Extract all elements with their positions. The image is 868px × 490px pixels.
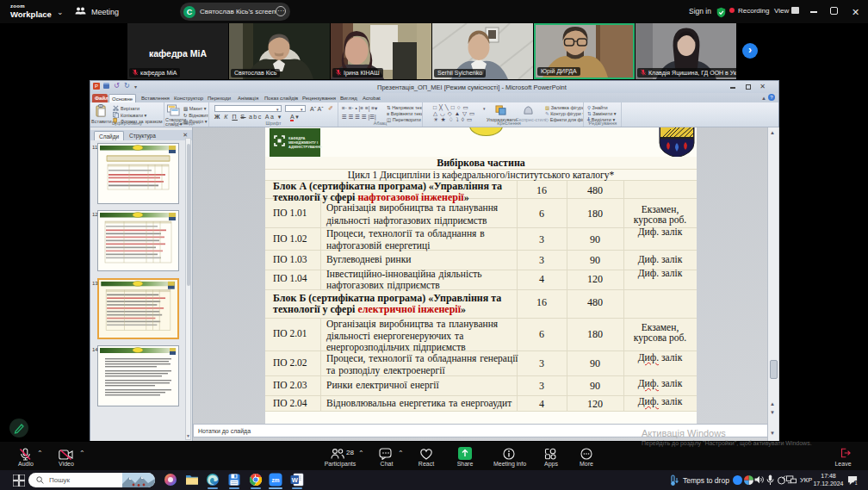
svg-text:zm: zm (271, 477, 279, 483)
svg-text:W: W (292, 476, 299, 484)
svg-text:1: 1 (855, 481, 858, 486)
